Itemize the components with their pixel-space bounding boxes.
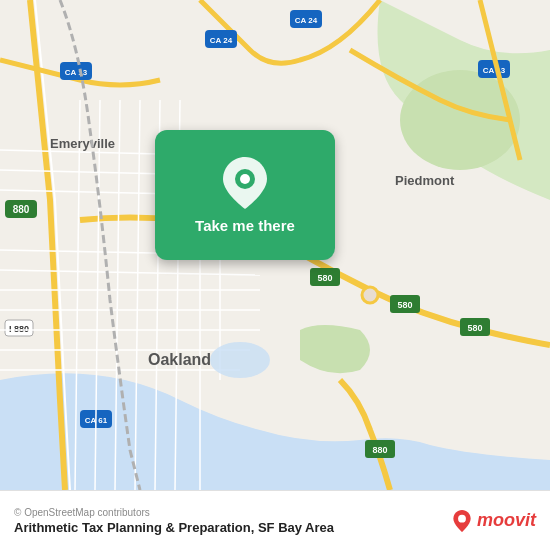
svg-text:580: 580	[317, 273, 332, 283]
svg-point-45	[210, 342, 270, 378]
take-me-there-card[interactable]: Take me there	[155, 130, 335, 260]
bottom-left-info: © OpenStreetMap contributors Arithmetic …	[14, 507, 334, 535]
place-name: Arithmetic Tax Planning & Preparation, S…	[14, 520, 334, 535]
svg-text:580: 580	[467, 323, 482, 333]
moovit-text: moovit	[477, 510, 536, 531]
svg-text:580: 580	[397, 300, 412, 310]
moovit-pin-icon	[451, 510, 473, 532]
svg-text:Piedmont: Piedmont	[395, 173, 455, 188]
take-me-there-label: Take me there	[195, 217, 295, 234]
svg-text:Oakland: Oakland	[148, 351, 211, 368]
svg-point-49	[362, 287, 378, 303]
svg-point-51	[240, 174, 250, 184]
moovit-logo[interactable]: moovit	[451, 510, 536, 532]
svg-text:880: 880	[372, 445, 387, 455]
bottom-bar: © OpenStreetMap contributors Arithmetic …	[0, 490, 550, 550]
svg-text:CA 13: CA 13	[65, 68, 88, 77]
svg-text:CA 24: CA 24	[295, 16, 318, 25]
map-container: 880 I 880 CA 13 CA 24 CA 24 CA 13 980 58…	[0, 0, 550, 490]
svg-text:CA 24: CA 24	[210, 36, 233, 45]
svg-text:880: 880	[13, 204, 30, 215]
svg-point-52	[458, 514, 466, 522]
svg-text:Emeryville: Emeryville	[50, 136, 115, 151]
map-pin-icon	[223, 157, 267, 209]
svg-text:I 880: I 880	[9, 324, 29, 334]
copyright-text: © OpenStreetMap contributors	[14, 507, 334, 518]
